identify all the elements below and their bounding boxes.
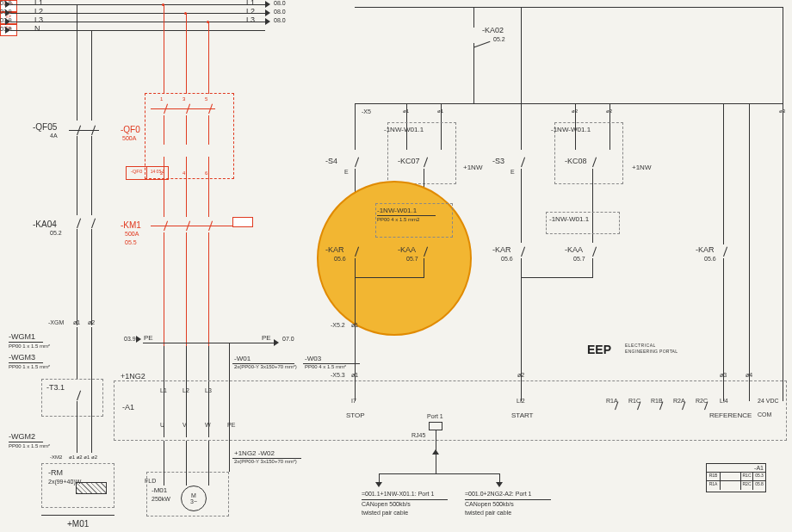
kaa-r-contact — [592, 247, 597, 257]
node — [162, 3, 164, 6]
wire — [69, 130, 99, 131]
rule — [9, 342, 43, 343]
kaa-r-ref: 05.7 — [573, 256, 585, 262]
wire — [208, 441, 209, 486]
wgm2-spec: PP00 1 x 1.5 mm² — [9, 443, 50, 448]
x5-t2b: ø2 — [606, 108, 612, 114]
xgm-label: -XGM — [48, 319, 64, 325]
nw-w011-l: -1NW-W01.1 — [384, 126, 424, 133]
wire — [723, 258, 724, 375]
wire — [473, 43, 474, 103]
wire — [521, 7, 522, 28]
cable2-l2: CANopen 500kb/s — [465, 501, 514, 507]
km1-label: -KM1 — [121, 220, 141, 230]
ng2-label: +1NG2 — [121, 372, 145, 380]
m01-tag: -M01 — [152, 486, 167, 494]
eep-tag-bot: ENGINEERING PORTAL — [625, 349, 678, 354]
wire — [186, 232, 187, 346]
drive-w: W — [205, 422, 211, 428]
port1-label: Port 1 — [427, 413, 443, 419]
s4-label: -S4 — [325, 157, 337, 165]
wire — [355, 103, 783, 104]
ref-039: 03.9 — [0, 26, 12, 32]
wire — [355, 258, 356, 277]
wire — [379, 473, 499, 474]
legend-r2c: R2C — [741, 481, 753, 490]
m01-location: +M01 — [67, 519, 89, 529]
drive-u: U — [160, 422, 164, 428]
bus-l1-label: L1 — [34, 0, 43, 7]
schematic-diagram: L1 L2 L3 N L1 L2 L3 03.9 03.9 03.9 03.9 … — [0, 0, 792, 532]
rj45-icon — [429, 422, 442, 430]
xm2-label: -XM2 — [50, 455, 62, 460]
term: 6 — [205, 170, 207, 176]
wgm2-label: -WGM2 — [9, 432, 35, 441]
s3-contact — [521, 158, 525, 168]
wire — [77, 401, 77, 453]
wire — [186, 115, 187, 145]
bus-l1 — [10, 4, 265, 5]
wire — [91, 229, 92, 325]
io-com: COM — [758, 411, 771, 418]
km1-ref: 05.5 — [125, 239, 137, 245]
io-start: START — [511, 411, 533, 419]
wire — [783, 375, 783, 401]
ref-039: 03.9 — [0, 17, 12, 23]
eep-logo: EEP — [587, 343, 611, 356]
kar-m-ref: 05.6 — [501, 256, 513, 262]
legend-qf0: -QF0 — [127, 167, 147, 179]
io-24v: 24 VDC — [758, 398, 779, 404]
ref-080: 08.0 — [274, 17, 286, 23]
ka02-contact — [473, 41, 490, 48]
ka04-ref: 05.2 — [50, 230, 62, 236]
s4-contact — [355, 158, 359, 168]
wire — [77, 4, 77, 121]
ref-080: 08.0 — [274, 0, 286, 6]
drive-l3: L3 — [205, 387, 212, 393]
ka04-label: -KA04 — [33, 220, 57, 229]
rj45-label: RJ45 — [411, 432, 425, 438]
wire — [473, 7, 474, 28]
io-li4: LI4 — [720, 398, 728, 404]
wire — [91, 379, 92, 453]
wire — [521, 258, 522, 375]
ka02-ref: 05.2 — [493, 36, 505, 42]
wgm1-label: -WGM1 — [9, 332, 35, 341]
wire — [783, 7, 783, 375]
wire — [355, 277, 356, 327]
mech-link — [151, 108, 215, 109]
wire — [592, 258, 593, 277]
kc07-label: -KC07 — [398, 157, 420, 165]
bus-l2-label: L2 — [34, 7, 43, 15]
motor-m: M — [191, 492, 196, 498]
wire — [164, 441, 164, 486]
pe-label-r: PE — [262, 334, 271, 342]
w02-spec: 2x(PP00-Y 3x150+70 mm²) — [234, 459, 297, 464]
wgm1-spec: PP00 1 x 1.5 mm² — [9, 343, 50, 349]
wire — [164, 232, 164, 346]
wire — [208, 157, 209, 217]
qf0-label: -QF0 — [121, 125, 140, 134]
pe-wire — [229, 343, 230, 472]
wire — [355, 103, 356, 150]
io-li2: LI2 — [517, 398, 525, 404]
s3-label: -S3 — [492, 157, 504, 165]
rule — [9, 362, 43, 363]
nw-mid: -1NW-W01.1 — [377, 207, 417, 214]
resistor-pair-icon — [76, 482, 107, 494]
kar-r-ref: 05.6 — [704, 256, 716, 262]
bus-l1-right: L1 — [246, 0, 255, 7]
qf0-rating: 500A — [122, 135, 136, 141]
rule — [465, 499, 551, 500]
xgm-t2: ø2 — [88, 319, 95, 325]
nw-mid-spec: PP00 4 x 1.5 mm2 — [377, 217, 419, 222]
xm2-terms: ø1 ø2 ø1 ø2 — [69, 455, 97, 460]
w02-label: +1NG2 -W02 — [234, 449, 275, 457]
kc08-label: -KC08 — [565, 157, 587, 165]
drive-l2: L2 — [183, 387, 189, 393]
arrow-icon — [265, 18, 270, 25]
bus-l3-label: L3 — [34, 15, 43, 24]
wire — [208, 115, 209, 145]
km1-rating: 500A — [125, 231, 139, 237]
wire — [77, 327, 77, 379]
